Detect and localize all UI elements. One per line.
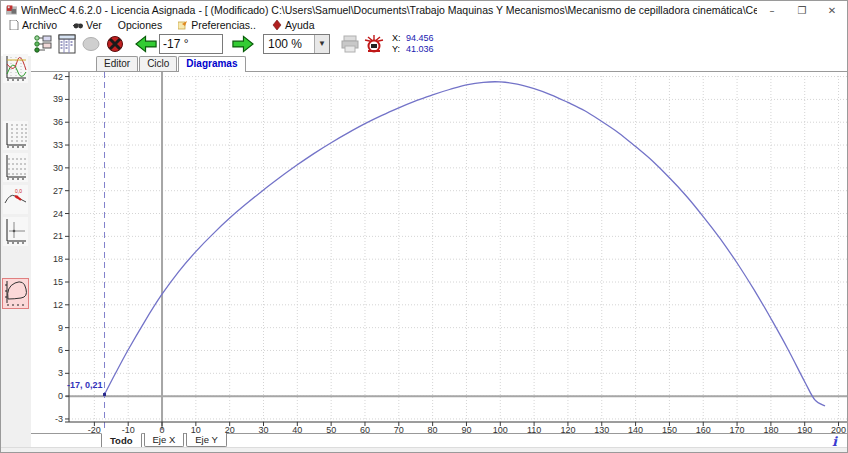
chevron-down-icon[interactable]: ▼ <box>314 35 329 53</box>
cursor-coordinates: X: 94.456 Y: 41.036 <box>392 33 434 55</box>
app-icon <box>6 4 17 16</box>
stop-button[interactable] <box>103 33 126 55</box>
svg-text:0: 0 <box>58 391 63 401</box>
svg-text:-17, 0,21: -17, 0,21 <box>67 380 103 390</box>
zoom-select[interactable]: 100 % ▼ <box>263 34 330 54</box>
coord-x-value: 94.456 <box>406 33 434 44</box>
menu-preferencias[interactable]: Preferencias.. <box>170 19 264 31</box>
tab-editor[interactable]: Editor <box>96 56 138 71</box>
mechanism-icon <box>33 34 53 54</box>
zoom-value: 100 % <box>264 37 314 51</box>
arrow-right-icon <box>231 34 254 54</box>
table-icon <box>57 34 77 54</box>
menu-ayuda[interactable]: Ayuda <box>264 19 323 31</box>
stop-icon <box>105 34 125 54</box>
svg-text:3: 3 <box>58 368 63 378</box>
minimize-button[interactable]: – <box>757 1 787 19</box>
menu-ver[interactable]: Ver <box>65 19 110 31</box>
coord-y-label: Y: <box>392 44 402 55</box>
glasses-icon <box>73 20 83 30</box>
next-angle-button[interactable] <box>231 33 254 55</box>
window-title: WinMecC 4.6.2.0 - Licencia Asignada - [ … <box>21 4 757 16</box>
menu-label: Opciones <box>118 19 162 31</box>
angle-input[interactable] <box>159 34 223 54</box>
svg-text:0,0: 0,0 <box>15 188 22 194</box>
coord-x-label: X: <box>392 33 402 44</box>
svg-text:33: 33 <box>53 140 63 150</box>
prev-angle-button[interactable] <box>135 33 158 55</box>
wizard-icon <box>178 20 188 30</box>
menu-label: Ver <box>86 19 102 31</box>
trajectory-diagram-icon[interactable] <box>3 279 28 308</box>
motor-button[interactable] <box>362 33 385 55</box>
motor-icon <box>363 34 385 54</box>
menu-archivo[interactable]: Archivo <box>1 19 65 31</box>
arrow-left-icon <box>135 34 158 54</box>
horizontal-grid-diagram-icon[interactable] <box>3 153 28 182</box>
coord-y-value: 41.036 <box>406 44 434 55</box>
menu-label: Archivo <box>22 19 57 31</box>
menu-label: Preferencias.. <box>191 19 256 31</box>
tab-ciclo[interactable]: Ciclo <box>139 56 177 71</box>
app-window: WinMecC 4.6.2.0 - Licencia Asignada - [ … <box>0 0 848 453</box>
curve-point-diagram-icon[interactable]: 0,0 <box>3 185 28 214</box>
table-button[interactable] <box>55 33 78 55</box>
menu-opciones[interactable]: Opciones <box>110 19 170 31</box>
document-icon <box>9 20 19 30</box>
tab-eje-x[interactable]: Eje X <box>144 433 185 447</box>
svg-text:24: 24 <box>53 209 63 219</box>
title-bar: WinMecC 4.6.2.0 - Licencia Asignada - [ … <box>1 1 847 19</box>
svg-text:36: 36 <box>53 117 63 127</box>
svg-text:30: 30 <box>53 163 63 173</box>
menu-label: Ayuda <box>285 19 315 31</box>
svg-text:15: 15 <box>53 277 63 287</box>
animation-button[interactable] <box>79 33 102 55</box>
svg-text:6: 6 <box>58 345 63 355</box>
close-button[interactable]: ✕ <box>817 1 847 19</box>
svg-text:39: 39 <box>53 94 63 104</box>
tab-eje-y[interactable]: Eje Y <box>186 433 227 447</box>
svg-text:12: 12 <box>53 300 63 310</box>
view-tabs: Editor Ciclo Diagramas <box>96 56 247 72</box>
help-icon <box>272 20 282 30</box>
tab-diagramas[interactable]: Diagramas <box>178 56 245 72</box>
diagram-plot-area: -303691215182124273033363942-20-10010203… <box>31 71 847 434</box>
cycle-diagram-icon[interactable] <box>3 54 28 83</box>
svg-text:9: 9 <box>58 323 63 333</box>
diagram-sidebar: 0,0 <box>1 56 31 448</box>
mechanism-button[interactable] <box>31 33 54 55</box>
svg-text:27: 27 <box>53 186 63 196</box>
displacement-diagram[interactable]: -303691215182124273033363942-20-10010203… <box>31 72 848 434</box>
svg-text:18: 18 <box>53 254 63 264</box>
vertical-grid-diagram-icon[interactable] <box>3 121 28 150</box>
menu-bar: Archivo Ver Opciones Preferencias.. Ayud… <box>1 19 847 31</box>
toolbar: 100 % ▼ X: 94.456 <box>1 31 847 56</box>
status-bar <box>1 447 847 452</box>
print-button[interactable] <box>338 33 361 55</box>
printer-icon <box>340 34 360 54</box>
animation-icon <box>81 34 101 54</box>
crosshair-diagram-icon[interactable] <box>3 217 28 246</box>
maximize-button[interactable]: ❐ <box>787 1 817 19</box>
svg-text:21: 21 <box>53 231 63 241</box>
svg-text:-3: -3 <box>55 414 63 424</box>
svg-text:42: 42 <box>53 72 63 82</box>
